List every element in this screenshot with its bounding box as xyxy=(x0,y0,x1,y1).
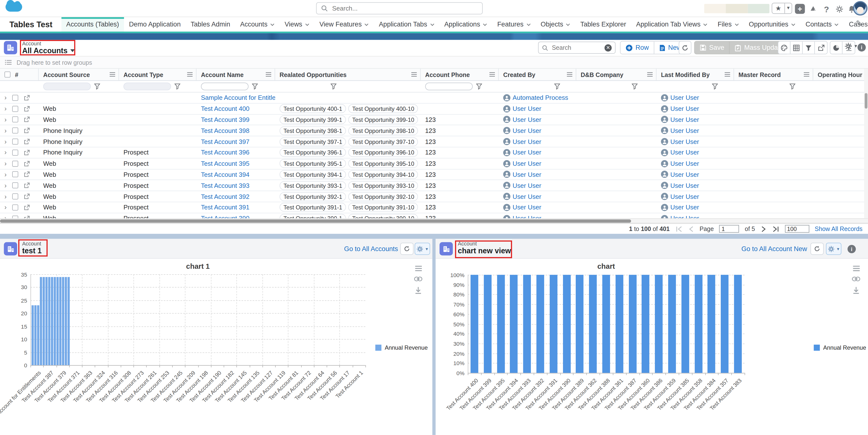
expand-row-icon[interactable]: › xyxy=(4,117,7,123)
created-by-link[interactable]: User User xyxy=(513,182,541,189)
account-name-link[interactable]: Test Account 392 xyxy=(201,193,249,200)
column-menu-icon[interactable] xyxy=(567,72,572,77)
opportunity-chip[interactable]: Test Opportunity 399-1 xyxy=(280,115,346,124)
opportunity-chip[interactable]: Test Opportunity 394-1 xyxy=(280,170,346,179)
trailhead-icon[interactable] xyxy=(808,4,818,14)
global-search[interactable] xyxy=(316,2,483,14)
column-filter-icon[interactable] xyxy=(94,83,100,90)
last-modified-by-link[interactable]: User User xyxy=(670,160,699,167)
account-name-link[interactable]: Test Account 391 xyxy=(201,204,249,211)
opportunity-chip[interactable]: Test Opportunity 397-10 xyxy=(348,137,418,146)
chart-link-icon[interactable] xyxy=(414,277,422,282)
column-menu-icon[interactable] xyxy=(266,72,272,77)
account-name-link[interactable]: Test Account 390 xyxy=(201,215,249,218)
table-row[interactable]: ›WebProspectTest Account 390Test Opportu… xyxy=(0,213,868,218)
tab-accounts-tables-[interactable]: Accounts (Tables) xyxy=(61,17,124,32)
opportunity-chip[interactable]: Test Opportunity 399-10 xyxy=(348,115,418,124)
expand-row-icon[interactable]: › xyxy=(4,172,7,177)
expand-row-icon[interactable]: › xyxy=(4,128,7,134)
opportunity-chip[interactable]: Test Opportunity 392-10 xyxy=(348,192,418,201)
column-filter-icon[interactable] xyxy=(712,83,718,90)
table-row[interactable]: ›Sample Account for EntitlementsAutomate… xyxy=(0,92,868,104)
account-name-link[interactable]: Sample Account for Entitlements xyxy=(201,94,275,101)
account-name-link[interactable]: Test Account 397 xyxy=(201,138,249,145)
row-checkbox[interactable] xyxy=(12,127,19,134)
h-scroll-thumb[interactable] xyxy=(0,220,631,223)
opportunity-chip[interactable]: Test Opportunity 400-1 xyxy=(280,104,346,113)
open-record-icon[interactable] xyxy=(24,204,30,210)
column-menu-icon[interactable] xyxy=(489,72,495,77)
table-row[interactable]: ›WebProspectTest Account 393Test Opportu… xyxy=(0,180,868,191)
first-page-icon[interactable] xyxy=(675,226,682,232)
last-modified-by-link[interactable]: User User xyxy=(670,171,699,178)
tab-views[interactable]: Views xyxy=(280,17,314,32)
panel-refresh-button[interactable] xyxy=(400,243,413,255)
row-checkbox[interactable] xyxy=(12,161,19,167)
account-name-link[interactable]: Test Account 396 xyxy=(201,149,249,156)
favorites-control[interactable]: ★ ▼ xyxy=(772,3,792,14)
opportunity-chip[interactable]: Test Opportunity 396-10 xyxy=(348,148,418,157)
select-all-checkbox[interactable] xyxy=(4,71,10,78)
column-filter-icon[interactable] xyxy=(476,83,482,90)
column-menu-icon[interactable] xyxy=(187,72,193,77)
last-modified-by-link[interactable]: User User xyxy=(670,106,699,112)
row-checkbox[interactable] xyxy=(12,150,19,156)
quick-add-icon[interactable]: + xyxy=(795,4,805,14)
tab-application-tab-views[interactable]: Application Tab Views xyxy=(631,17,713,32)
column-menu-icon[interactable] xyxy=(647,72,653,77)
last-modified-by-link[interactable]: User User xyxy=(670,149,699,156)
star-icon[interactable]: ★ xyxy=(772,3,784,13)
column-filter-icon[interactable] xyxy=(331,83,337,90)
opportunity-chip[interactable]: Test Opportunity 395-1 xyxy=(280,159,346,168)
column-menu-icon[interactable] xyxy=(725,72,730,77)
open-record-icon[interactable] xyxy=(24,139,30,145)
panel-info-icon[interactable]: i xyxy=(847,245,856,253)
column-header-last-modified-by[interactable]: Last Modified By xyxy=(657,69,734,80)
open-record-icon[interactable] xyxy=(24,215,30,218)
chart-menu-icon[interactable] xyxy=(414,265,422,271)
tab-opportunities[interactable]: Opportunities xyxy=(744,17,800,32)
account-name-link[interactable]: Test Account 395 xyxy=(201,160,249,167)
clear-search-icon[interactable]: ✕ xyxy=(604,44,612,51)
filter-input[interactable] xyxy=(425,83,473,90)
save-button[interactable]: Save xyxy=(695,41,730,54)
last-modified-by-link[interactable]: User User xyxy=(670,94,699,101)
opportunity-chip[interactable]: Test Opportunity 396-1 xyxy=(280,148,346,157)
tab-view-features[interactable]: View Features xyxy=(314,17,374,32)
page-input[interactable] xyxy=(719,225,739,233)
opportunity-chip[interactable]: Test Opportunity 392-1 xyxy=(280,192,346,201)
table-row[interactable]: ›Phone InquiryProspectTest Account 396Te… xyxy=(0,147,868,158)
last-modified-by-link[interactable]: User User xyxy=(670,138,699,145)
opportunity-chip[interactable]: Test Opportunity 393-1 xyxy=(280,181,346,190)
horizontal-scrollbar[interactable] xyxy=(0,218,868,223)
go-to-view-link[interactable]: Go to All Account New xyxy=(741,245,807,253)
tab-application-tabs[interactable]: Application Tabs xyxy=(374,17,439,32)
row-checkbox[interactable] xyxy=(12,215,19,218)
tab-tables-admin[interactable]: Tables Admin xyxy=(186,17,235,32)
row-checkbox[interactable] xyxy=(12,204,19,210)
opportunity-chip[interactable]: Test Opportunity 391-1 xyxy=(280,203,346,212)
created-by-link[interactable]: User User xyxy=(513,127,541,134)
column-header-account-phone[interactable]: Account Phone xyxy=(421,69,499,80)
open-record-icon[interactable] xyxy=(24,150,30,156)
opportunity-chip[interactable]: Test Opportunity 397-1 xyxy=(280,137,346,146)
column-filter-icon[interactable] xyxy=(175,83,181,90)
created-by-link[interactable]: User User xyxy=(513,138,541,145)
open-record-icon[interactable] xyxy=(24,161,30,167)
created-by-link[interactable]: Automated Process xyxy=(513,94,568,101)
column-header-master-record[interactable]: Master Record xyxy=(734,69,813,80)
expand-row-icon[interactable]: › xyxy=(4,215,7,218)
tab-applications[interactable]: Applications xyxy=(439,17,492,32)
table-row[interactable]: ›WebProspectTest Account 391Test Opportu… xyxy=(0,202,868,213)
v-scroll-thumb[interactable] xyxy=(865,93,867,109)
help-icon[interactable]: ? xyxy=(822,4,832,14)
last-modified-by-link[interactable]: User User xyxy=(670,127,699,134)
open-record-icon[interactable] xyxy=(24,117,30,123)
created-by-link[interactable]: User User xyxy=(513,204,541,211)
table-row[interactable]: ›WebProspectTest Account 394Test Opportu… xyxy=(0,169,868,180)
opportunity-chip[interactable]: Test Opportunity 390-1 xyxy=(280,214,346,219)
created-by-link[interactable]: User User xyxy=(513,193,541,200)
account-name-link[interactable]: Test Account 393 xyxy=(201,182,249,189)
expand-row-icon[interactable]: › xyxy=(4,106,7,112)
last-modified-by-link[interactable]: User User xyxy=(670,116,699,123)
